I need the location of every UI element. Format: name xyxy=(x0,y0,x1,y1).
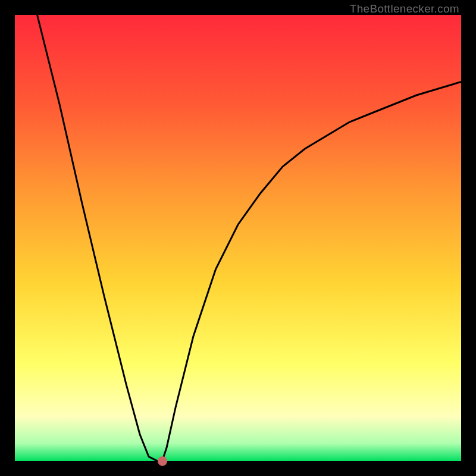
watermark-text: TheBottlenecker.com xyxy=(350,2,459,15)
optimal-point-marker xyxy=(158,456,167,466)
bottleneck-curve xyxy=(15,15,461,461)
